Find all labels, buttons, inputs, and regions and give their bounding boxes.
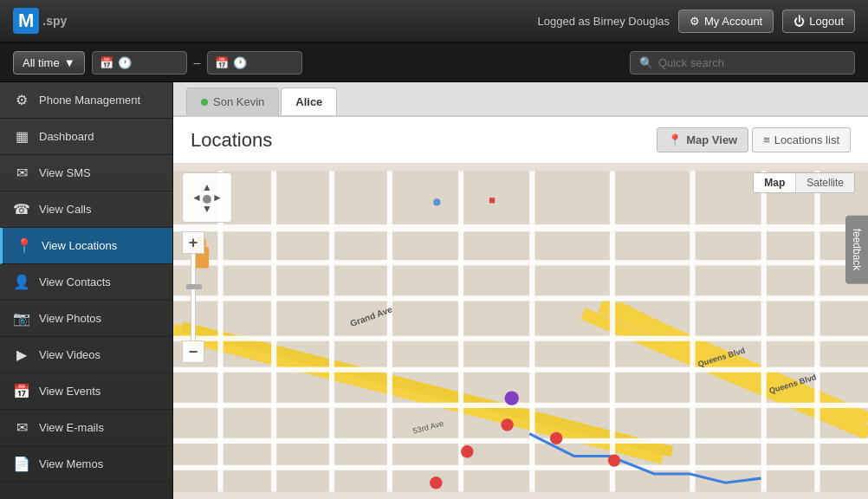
map-type-satellite-button[interactable]: Satellite [795,173,854,192]
nav-control-container: ▲ ◄ ► ▼ [182,172,232,223]
calendar-icon: 📅 [100,56,113,69]
svg-rect-17 [329,171,334,491]
view-videos-icon: ▶ [13,347,30,363]
view-locations-label: View Locations [42,239,117,252]
gear-icon: ⚙ [690,15,700,28]
sidebar-item-dashboard[interactable]: ▦ Dashboard [0,119,172,155]
tab-son-kevin[interactable]: Son Kevin [186,87,279,115]
zoom-control-container: + − [182,231,204,363]
svg-text:◄: ◄ [191,191,202,204]
my-account-label: My Account [704,15,762,28]
zoom-slider[interactable] [191,254,196,340]
zoom-out-button[interactable]: − [182,340,204,363]
zoom-handle[interactable] [186,284,202,289]
view-photos-icon: 📷 [13,310,30,327]
sidebar: ⚙ Phone Management ▦ Dashboard ✉ View SM… [0,82,173,499]
my-account-button[interactable]: ⚙ My Account [678,10,774,33]
view-emails-icon: ✉ [13,419,30,436]
view-buttons: 📍 Map View ≡ Locations list [657,127,851,152]
date-to-input[interactable]: 📅 🕐 [207,51,302,75]
view-calls-label: View Calls [39,203,91,216]
view-photos-label: View Photos [39,312,101,325]
header-right: Logged as Birney Douglas ⚙ My Account ⏻ … [538,10,855,33]
nav-control[interactable]: ▲ ◄ ► ▼ [182,172,232,223]
sidebar-item-view-locations[interactable]: 📍 View Locations [0,228,172,264]
logo-spy: .spy [42,14,67,28]
svg-rect-24 [814,171,819,491]
phone-management-label: Phone Management [39,94,140,107]
view-events-label: View Events [39,385,100,398]
list-view-button[interactable]: ≡ Locations list [752,127,851,152]
locations-panel: Locations 📍 Map View ≡ Locations list [173,117,868,499]
zoom-in-button[interactable]: + [182,231,204,254]
view-memos-icon: 📄 [13,456,30,472]
map-view-label: Map View [686,133,737,146]
map-type-map-button[interactable]: Map [754,173,795,192]
locations-header: Locations 📍 Map View ≡ Locations list [173,117,868,164]
sidebar-item-view-contacts[interactable]: 👤 View Contacts [0,264,172,301]
svg-rect-20 [529,171,534,491]
logout-button[interactable]: ⏻ Logout [782,10,855,33]
view-contacts-icon: 👤 [13,274,30,290]
app-header: M .spy Logged as Birney Douglas ⚙ My Acc… [0,0,868,43]
svg-rect-21 [610,171,615,491]
tab-label-alice: Alice [295,95,322,108]
sidebar-item-phone-management[interactable]: ⚙ Phone Management [0,82,172,119]
map-view-button[interactable]: 📍 Map View [657,127,748,152]
view-locations-icon: 📍 [16,237,33,254]
map-svg: Grand Ave Queens Blvd Queens Blvd 53rd A… [173,164,868,499]
svg-rect-22 [690,171,695,491]
dashboard-icon: ▦ [13,128,30,145]
quick-search-box[interactable]: 🔍 [630,51,855,75]
time-filter[interactable]: All time ▼ [13,51,85,75]
content-area: Son KevinAlice Locations 📍 Map View ≡ Lo… [173,82,868,499]
search-input[interactable] [658,56,845,69]
calendar-icon-2: 📅 [215,56,229,69]
svg-text:►: ► [212,191,223,204]
map-type-controls: Map Satellite [753,172,855,193]
view-videos-label: View Videos [39,348,100,361]
svg-rect-23 [761,171,767,491]
logo-m: M [13,8,39,34]
svg-text:▲: ▲ [202,181,212,193]
map-container[interactable]: Grand Ave Queens Blvd Queens Blvd 53rd A… [173,164,868,499]
chevron-down-icon: ▼ [64,56,75,69]
list-icon: ≡ [763,133,770,146]
view-sms-label: View SMS [39,166,91,179]
logo: M .spy [13,8,67,34]
logged-as-text: Logged as Birney Douglas [538,15,670,28]
tab-label-son-kevin: Son Kevin [213,95,264,108]
sidebar-item-view-calls[interactable]: ☎ View Calls [0,191,172,228]
power-icon: ⏻ [794,15,805,28]
sidebar-item-view-sms[interactable]: ✉ View SMS [0,155,172,191]
dashboard-label: Dashboard [39,130,94,143]
svg-text:▼: ▼ [202,203,212,215]
svg-rect-19 [458,171,463,491]
view-emails-label: View E-mails [39,421,104,434]
sidebar-item-view-memos[interactable]: 📄 View Memos [0,446,172,483]
view-sms-icon: ✉ [13,165,30,181]
toolbar: All time ▼ 📅 🕐 – 📅 🕐 🔍 [0,43,868,82]
svg-point-44 [433,198,440,205]
sidebar-item-view-photos[interactable]: 📷 View Photos [0,301,172,337]
date-from-input[interactable]: 📅 🕐 [92,51,187,75]
feedback-tab[interactable]: feedback [845,216,868,284]
sidebar-item-view-videos[interactable]: ▶ View Videos [0,337,172,373]
date-separator: – [194,55,201,69]
tab-alice[interactable]: Alice [281,87,337,115]
tabs-bar: Son KevinAlice [173,82,868,117]
search-icon: 🔍 [639,56,653,69]
clock-icon: 🕐 [118,56,132,69]
svg-rect-45 [489,198,495,203]
logout-label: Logout [809,15,844,28]
locations-title: Locations [191,129,272,152]
sidebar-item-view-emails[interactable]: ✉ View E-mails [0,410,172,446]
list-view-label: Locations list [774,133,839,146]
sidebar-item-view-events[interactable]: 📅 View Events [0,373,172,410]
view-memos-label: View Memos [39,457,103,470]
view-calls-icon: ☎ [13,201,30,217]
svg-rect-18 [387,171,392,491]
svg-point-50 [203,195,211,204]
main-layout: ⚙ Phone Management ▦ Dashboard ✉ View SM… [0,82,868,499]
svg-rect-16 [271,171,276,491]
